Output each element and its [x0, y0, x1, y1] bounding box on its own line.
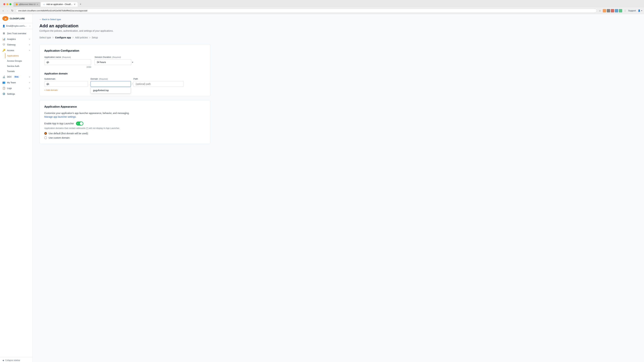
sidebar: ☁ CLOUDFLARE 👤 Email@royleo.com's... › ⊞… — [0, 14, 33, 362]
sidebar-item-gateway[interactable]: 🛡 Gateway ∨ — [0, 42, 32, 47]
sidebar-item-label: Analytics — [7, 38, 16, 40]
tab-close-active-button[interactable]: ✕ — [74, 3, 76, 6]
tab-label-active: Add an application - Cloudflare... — [46, 3, 72, 5]
use-default-radio[interactable] — [44, 132, 47, 135]
domain-option-gugufortest[interactable]: gugufortest.top — [91, 87, 131, 93]
page-title: Add an application — [40, 23, 210, 28]
domain-input[interactable] — [90, 81, 131, 87]
extension-icon-3[interactable] — [611, 9, 614, 12]
enable-app-launcher-label: Enable App in App Launcher — [44, 122, 74, 125]
steps-breadcrumb: Select type > Configure app > Add polici… — [40, 36, 210, 39]
account-name: Email@royleo.com's... — [6, 25, 26, 27]
app-appearance-card: Application Appearance Customize your ap… — [40, 100, 210, 144]
dex-icon: 🔬 — [2, 75, 5, 78]
use-default-domain-option[interactable]: Use default (first domain will be used): — [44, 132, 206, 135]
my-team-icon: 👥 — [2, 81, 5, 84]
cloudflare-logo-icon: ☁ — [2, 16, 8, 21]
use-custom-radio[interactable] — [44, 136, 47, 139]
step-sep-2: > — [72, 36, 74, 39]
domain-dot-separator: . — [88, 83, 90, 85]
back-button[interactable]: ‹ — [2, 8, 4, 13]
new-tab-button[interactable]: + — [78, 2, 83, 7]
tab-close-button[interactable]: ✕ — [36, 3, 38, 6]
maximize-window-button[interactable] — [10, 3, 12, 5]
analytics-chevron-icon: ∨ — [29, 38, 30, 40]
menu-icon[interactable]: ⋮ — [623, 9, 627, 13]
page-subtitle: Configure the policies, authentication, … — [40, 29, 210, 32]
extension-icon-5[interactable] — [619, 9, 622, 12]
close-window-button[interactable] — [3, 3, 5, 5]
manage-app-launcher-link[interactable]: Manage app launcher settings. — [44, 115, 76, 118]
sidebar-item-label: Logs — [7, 87, 12, 89]
use-custom-label: Use custom domain: — [49, 136, 70, 139]
use-default-label: Use default (first domain will be used): — [49, 132, 88, 135]
session-duration-group: Session Duration (Required) 15 minutes 3… — [94, 56, 135, 65]
brand-name: CLOUDFLARE — [10, 17, 25, 20]
subdomain-input[interactable] — [44, 81, 88, 87]
subdomain-label: Subdomain — [44, 78, 88, 80]
sidebar-item-service-auth[interactable]: Service Auth — [0, 63, 32, 69]
sidebar-item-dex[interactable]: 🔬 DEX Beta ∨ — [0, 74, 32, 80]
access-chevron-icon: ∧ — [29, 49, 30, 51]
sidebar-item-access[interactable]: 🔑 Access ∧ — [0, 47, 32, 53]
extension-icon-2[interactable] — [607, 9, 610, 12]
minimize-window-button[interactable] — [6, 3, 8, 5]
sidebar-item-my-team[interactable]: 👥 My Team ∨ — [0, 80, 32, 85]
app-config-card: Application Configuration Application na… — [40, 44, 210, 96]
path-input[interactable] — [134, 81, 184, 87]
collapse-label: Collapse sidebar — [5, 359, 20, 362]
extension-icon-4[interactable] — [615, 9, 618, 12]
step-add-policies: Add policies — [75, 36, 88, 39]
sidebar-item-logs[interactable]: 📋 Logs ∨ — [0, 85, 32, 91]
domain-group: Domain (Required) gugufortest.top — [90, 78, 131, 87]
support-button[interactable]: Support — [628, 9, 636, 12]
session-required: (Required) — [112, 56, 121, 58]
sidebar-item-label: DEX — [7, 76, 12, 78]
path-group: Path — [134, 78, 184, 87]
dex-chevron-icon: ∨ — [29, 76, 30, 78]
path-slash-separator: / — [131, 83, 134, 85]
cloudflare-logo: ☁ CLOUDFLARE — [0, 14, 32, 23]
back-to-select-type-link[interactable]: ← Back to Select type — [40, 18, 210, 21]
sidebar-item-analytics[interactable]: 📊 Analytics ∨ — [0, 36, 32, 42]
domain-display-options: Use default (first domain will be used):… — [44, 132, 206, 139]
sidebar-item-tunnels[interactable]: Tunnels — [0, 69, 32, 74]
enable-app-launcher-toggle[interactable]: ✓ — [76, 121, 83, 125]
app-appearance-title: Application Appearance — [44, 105, 206, 108]
app-domain-title: Application domain — [44, 72, 206, 75]
sidebar-item-applications[interactable]: Applications — [0, 53, 32, 58]
sidebar-item-label: Tunnels — [7, 70, 15, 72]
reload-button[interactable]: ↻ — [10, 8, 14, 13]
app-name-input[interactable] — [44, 59, 91, 65]
sidebar-item-settings[interactable]: ⚙️ Settings — [0, 91, 32, 97]
enable-app-launcher-row: Enable App in App Launcher ✓ — [44, 121, 206, 125]
bookmark-icon[interactable]: ☆ — [598, 9, 602, 13]
app-name-label: Application name (Required) — [44, 56, 91, 58]
session-duration-select[interactable]: 15 minutes 30 minutes 1 hour 6 hours 12 … — [94, 59, 132, 65]
sidebar-item-label: Service Auth — [7, 65, 19, 67]
access-icon: 🔑 — [2, 49, 5, 52]
sidebar-item-label: Access Groups — [7, 60, 22, 62]
add-domain-button[interactable]: + Add domain — [44, 89, 58, 91]
url-bar[interactable] — [16, 9, 597, 13]
session-duration-select-wrapper: 15 minutes 30 minutes 1 hour 6 hours 12 … — [94, 59, 135, 65]
zero-trust-icon: ⊞ — [2, 32, 5, 35]
step-configure-app: Configure app — [55, 36, 71, 39]
account-switcher[interactable]: 👤 Email@royleo.com's... › — [0, 23, 32, 29]
use-custom-domain-option[interactable]: Use custom domain: — [44, 136, 206, 139]
user-account-button[interactable]: 👤 ▾ — [638, 9, 642, 12]
collapse-sidebar-button[interactable]: ◀ Collapse sidebar — [0, 357, 32, 362]
step-sep-1: > — [52, 36, 54, 39]
sidebar-item-label: Access — [7, 49, 14, 52]
sidebar-item-access-groups[interactable]: Access Groups — [0, 58, 32, 63]
step-sep-3: > — [89, 36, 90, 39]
extension-icon-1[interactable] — [603, 9, 606, 12]
sidebar-item-zero-trust[interactable]: ⊞ Zero Trust overview — [0, 30, 32, 36]
browser-tab-qbittorrent[interactable]: 🔶 qBittorrent Web UI ✕ — [14, 2, 40, 7]
analytics-icon: 📊 — [2, 37, 5, 40]
extensions-area — [603, 9, 622, 12]
account-chevron-icon: › — [30, 25, 30, 27]
browser-tab-cloudflare[interactable]: ☁️ Add an application - Cloudflare... ✕ — [41, 2, 78, 7]
app-appearance-description: Customize your application's app launche… — [44, 112, 206, 114]
tab-label: qBittorrent Web UI — [19, 3, 36, 5]
